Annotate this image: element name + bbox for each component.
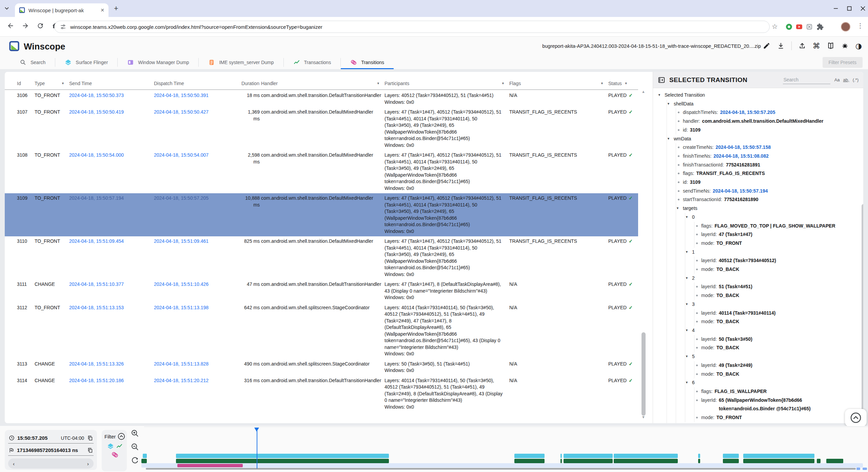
tree-leaf[interactable]: mode:TO_FRONT xyxy=(694,239,856,248)
panel-scrollbar[interactable] xyxy=(862,204,863,423)
bookmark-star-icon[interactable]: ☆ xyxy=(772,22,778,31)
timeline-cursor-head[interactable] xyxy=(254,428,259,432)
tree-leaf[interactable]: dispatchTimeNs:2024-04-18, 15:50:57.205 xyxy=(676,108,856,117)
timeline-segment-transactions[interactable] xyxy=(826,459,843,463)
table-scroll-down-icon[interactable]: ▼ xyxy=(642,415,645,419)
expand-arrow-icon[interactable]: ▼ xyxy=(658,91,665,100)
tree-leaf[interactable]: sendTimeNs:2024-04-18, 15:50:57.194 xyxy=(676,187,856,196)
new-tab-button[interactable]: + xyxy=(114,5,118,12)
expand-arrow-icon[interactable]: ▼ xyxy=(685,352,692,361)
tree-leaf[interactable]: mode:TO_BACK xyxy=(694,343,856,352)
cell-dispatch-time[interactable]: 2024-04-18, 15:50:50.391 xyxy=(154,92,241,105)
tree-leaf[interactable]: mode:TO_BACK xyxy=(694,370,856,379)
tab-transactions[interactable]: Transactions xyxy=(284,56,341,69)
timeline-segment-transactions[interactable] xyxy=(560,459,562,463)
collapse-panel-icon[interactable] xyxy=(658,76,665,84)
expand-arrow-icon[interactable]: ▼ xyxy=(685,274,692,283)
filter-chevron-icon[interactable]: ▼ xyxy=(501,82,505,85)
cell-dispatch-time[interactable]: 2024-04-18, 15:51:13.198 xyxy=(154,304,241,357)
timeline-segment-transactions[interactable] xyxy=(141,459,147,463)
cell-dispatch-time[interactable]: 2024-04-18, 15:51:13.828 xyxy=(154,361,241,374)
cell-send-time[interactable]: 2024-04-18, 15:50:50.373 xyxy=(69,92,154,105)
cell-send-time[interactable]: 2024-04-18, 15:51:20.186 xyxy=(69,377,154,411)
expand-arrow-icon[interactable]: ▼ xyxy=(685,248,692,257)
tree-node[interactable]: ▼6 xyxy=(685,378,856,387)
tree-leaf[interactable]: handler:com.android.wm.shell.transition.… xyxy=(676,117,856,126)
tree-leaf[interactable]: layerId:40114 (Task=7931#40114) xyxy=(694,309,856,318)
shortcuts-command-icon[interactable]: ⌘ xyxy=(813,42,820,50)
filter-presets-button[interactable]: Filter Presets xyxy=(823,57,863,68)
expand-arrow-icon[interactable]: ▼ xyxy=(685,213,692,222)
tree-node[interactable]: ▼shellData xyxy=(667,100,856,109)
expand-arrow-icon[interactable]: ▼ xyxy=(676,204,683,213)
cell-send-time[interactable]: 2024-04-18, 15:51:13.326 xyxy=(69,361,154,374)
tree-leaf[interactable]: layerId:47 (Task=1#47) xyxy=(694,230,856,239)
tree-leaf[interactable]: flags:TRANSIT_FLAG_IS_RECENTS xyxy=(676,169,856,178)
tree-node[interactable]: ▼2 xyxy=(685,274,856,283)
expand-arrow-icon[interactable]: ▼ xyxy=(667,135,674,143)
browser-menu-icon[interactable]: ⋮ xyxy=(857,22,863,29)
column-header-status[interactable]: Status▼ xyxy=(608,76,638,86)
edit-icon[interactable] xyxy=(763,42,770,50)
tree-leaf[interactable]: layerId:51 (Task=4#51) xyxy=(694,282,856,291)
scroll-to-top-button[interactable] xyxy=(845,409,867,427)
forward-icon[interactable] xyxy=(22,22,29,29)
expand-arrow-icon[interactable]: ▼ xyxy=(685,378,692,387)
close-window-icon[interactable] xyxy=(861,3,865,14)
match-word-toggle[interactable]: ab, xyxy=(843,77,849,82)
tree-node[interactable]: ▼targets xyxy=(676,204,856,213)
column-header-dispatch-time[interactable]: Dispatch Time xyxy=(154,76,241,86)
tree-node[interactable]: ▼1 xyxy=(685,248,856,257)
upload-icon[interactable] xyxy=(798,42,806,50)
timeline-hscroll-track[interactable] xyxy=(146,468,856,470)
minimize-icon[interactable] xyxy=(833,3,838,14)
tree-node[interactable]: ▼4 xyxy=(685,326,856,335)
tree-leaf[interactable]: layerId:50 (Task=3#50) xyxy=(694,335,856,344)
timeline-segment-transactions[interactable] xyxy=(514,459,545,463)
reload-icon[interactable] xyxy=(37,22,44,29)
tree-leaf[interactable]: layerId:40512 (Task=7934#40512) xyxy=(694,256,856,265)
cell-dispatch-time[interactable]: 2024-04-18, 15:51:09.461 xyxy=(154,238,241,278)
timeline-segment-surface-flinger[interactable] xyxy=(614,454,678,458)
tree-leaf[interactable]: layerId:49 (Task=2#49) xyxy=(694,361,856,370)
back-icon[interactable] xyxy=(7,22,14,29)
cell-send-time[interactable]: 2024-04-18, 15:50:57.194 xyxy=(69,195,154,235)
column-header-handler[interactable]: Handler▼ xyxy=(261,76,384,86)
timeline-segment-transactions[interactable] xyxy=(614,459,678,463)
table-scroll-up-icon[interactable]: ▲ xyxy=(642,90,645,94)
match-case-toggle[interactable]: Aa xyxy=(834,77,840,82)
extension-icon-gray[interactable] xyxy=(806,23,813,31)
filter-chevron-icon[interactable]: ▼ xyxy=(377,82,380,85)
column-header-send-time[interactable]: Send Time xyxy=(69,76,154,86)
tree-node[interactable]: ▼0 xyxy=(685,213,856,222)
column-header-flags[interactable]: Flags▼ xyxy=(509,76,608,86)
cell-dispatch-time[interactable]: 2024-04-18, 15:50:54.007 xyxy=(154,152,241,192)
tab-ime-system-server-dump[interactable]: IME system_server Dump xyxy=(199,56,283,69)
tree-node[interactable]: ▼5 xyxy=(685,352,856,361)
timeline-segment-surface-flinger[interactable] xyxy=(514,454,545,458)
tree-leaf[interactable]: mode:TO_BACK xyxy=(694,265,856,274)
cell-send-time[interactable]: 2024-04-18, 15:50:54.000 xyxy=(69,152,154,192)
timeline-segment-transactions[interactable] xyxy=(723,459,739,463)
tree-node[interactable]: ▼Selected Transition xyxy=(658,91,856,100)
tree-leaf[interactable]: layerId:65 (WallpaperWindowToken{87b6d66… xyxy=(694,396,856,413)
tree-leaf[interactable]: startTransactionId:7752416281890 xyxy=(676,195,856,204)
table-row[interactable]: 3108TO_FRONT2024-04-18, 15:50:54.0002024… xyxy=(5,150,638,193)
extension-icon-green[interactable] xyxy=(785,23,793,31)
download-icon[interactable] xyxy=(777,42,785,50)
tree-leaf[interactable]: mode:TO_BACK xyxy=(694,317,856,326)
table-scrollbar[interactable] xyxy=(642,332,646,416)
tree-node[interactable]: ▼3 xyxy=(685,300,856,309)
tab-surface-flinger[interactable]: Surface Flinger xyxy=(55,56,117,69)
extensions-puzzle-icon[interactable] xyxy=(816,23,824,31)
tab-search-icon[interactable] xyxy=(4,5,9,11)
filter-chevron-icon[interactable]: ▼ xyxy=(600,82,604,85)
table-row[interactable]: 3109TO_FRONT2024-04-18, 15:50:57.1942024… xyxy=(5,193,638,236)
documentation-book-icon[interactable] xyxy=(827,42,834,50)
timeline-segment-transactions[interactable] xyxy=(176,459,389,463)
timeline-segment-transactions[interactable] xyxy=(698,459,700,463)
table-row[interactable]: 3110TO_FRONT2024-04-18, 15:51:09.4542024… xyxy=(5,236,638,279)
browser-tab[interactable]: Winscope | bugreport-ak ✕ xyxy=(15,3,108,17)
tree-leaf[interactable]: flags:FLAG_MOVED_TO_TOP | FLAG_SHOW_WALL… xyxy=(694,222,856,231)
table-row[interactable]: 3107TO_FRONT2024-04-18, 15:50:50.4192024… xyxy=(5,107,638,150)
